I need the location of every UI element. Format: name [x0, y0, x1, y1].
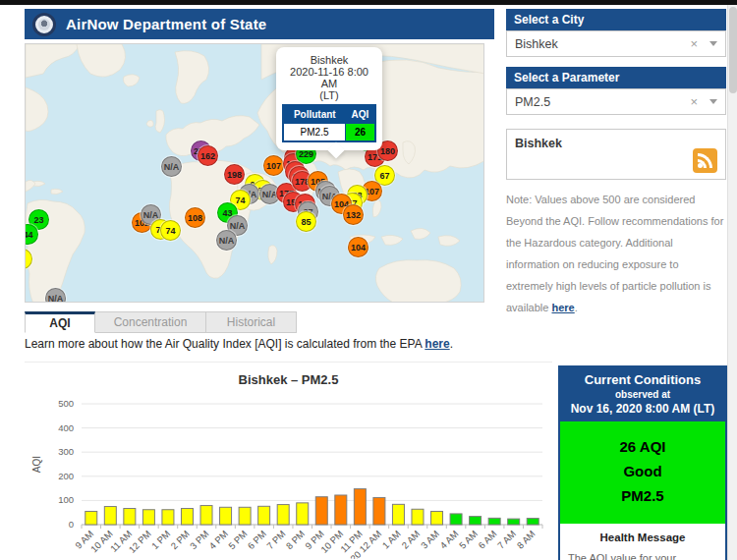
x-tick-label: 2 PM: [168, 529, 192, 552]
scrollbar[interactable]: [727, 5, 737, 560]
popup-col-aqi: AQI: [346, 105, 375, 124]
x-tick-label: 4 PM: [207, 529, 231, 552]
bar-1 PM[interactable]: [162, 510, 174, 525]
app-header: AirNow Department of State: [25, 9, 494, 39]
x-tick-label: 5 PM: [226, 529, 250, 552]
tab-aqi[interactable]: AQI: [25, 311, 95, 333]
bar-2 AM[interactable]: [412, 509, 424, 525]
state-department-seal-icon: [32, 13, 56, 36]
aqi-bar-chart: Bishkek – PM2.5 0100200300400500AQI9 AM1…: [25, 362, 552, 558]
tab-bar: AQI Concentration Historical: [25, 311, 297, 333]
city-chevron-down-icon[interactable]: [709, 41, 717, 46]
cc-pollutant: PM2.5: [564, 484, 721, 509]
x-tick-label: 4 AM: [437, 529, 460, 551]
bar-3 PM[interactable]: [200, 506, 212, 525]
parameter-chevron-down-icon[interactable]: [709, 99, 717, 104]
bar-4 AM[interactable]: [450, 514, 462, 525]
parameter-select-value: PM2.5: [515, 95, 690, 109]
x-tick-label: 12 PM: [127, 529, 153, 555]
x-tick-label: 3 PM: [188, 529, 211, 552]
bar-8 PM[interactable]: [297, 503, 309, 525]
tab-historical[interactable]: Historical: [206, 311, 297, 333]
bar-9 AM[interactable]: [85, 511, 97, 525]
bar-7 PM[interactable]: [277, 505, 289, 525]
city-feed-box: Bishkek: [506, 129, 726, 180]
x-tick-label: 6 PM: [246, 529, 269, 552]
city-select[interactable]: Bishkek ×: [506, 30, 726, 57]
note-text: Note: Values above 500 are considered Be…: [506, 189, 728, 318]
bar-10 AM[interactable]: [104, 507, 116, 525]
bar-11 PM[interactable]: [354, 489, 366, 525]
popup-datetime: 2020-11-16 8:00 AM: [282, 66, 376, 89]
aqi-marker[interactable]: 108: [185, 207, 205, 228]
world-aqi-map[interactable]: 2344N/A102N/A7374108272162N/A1981079455N…: [25, 43, 484, 303]
cc-observed-at: observed at: [564, 389, 721, 400]
aqi-marker[interactable]: 198: [224, 164, 245, 185]
cc-aqi-value: 26 AQI: [564, 435, 721, 460]
bar-11/17/2020 12 AM[interactable]: [373, 497, 385, 525]
popup-table: Pollutant AQI PM2.5 26: [282, 104, 376, 142]
x-tick-label: 1 AM: [380, 529, 403, 551]
bar-2 PM[interactable]: [181, 509, 193, 525]
bar-5 PM[interactable]: [239, 507, 251, 525]
note-prefix: Note: Values above 500 are considered Be…: [506, 194, 723, 313]
bar-6 AM[interactable]: [488, 518, 500, 525]
x-tick-label: 3 AM: [419, 529, 441, 551]
bar-4 PM[interactable]: [220, 507, 232, 525]
x-tick-label: 7 AM: [495, 529, 518, 551]
y-tick-label: 400: [58, 422, 74, 433]
x-tick-label: 5 AM: [457, 529, 480, 551]
learn-more-suffix: .: [450, 337, 453, 351]
tab-concentration[interactable]: Concentration: [95, 311, 206, 333]
x-tick-label: 8 AM: [515, 529, 538, 551]
bar-12 PM[interactable]: [142, 510, 154, 525]
bar-10 PM[interactable]: [335, 495, 347, 525]
bar-9 PM[interactable]: [315, 497, 327, 525]
chart-plot-area: 0100200300400500AQI9 AM10 AM11 AM12 PM1 …: [25, 363, 552, 559]
current-conditions-header: Current Conditions observed at Nov 16, 2…: [560, 367, 725, 421]
bar-5 AM[interactable]: [470, 517, 482, 525]
feed-city-label: Bishkek: [515, 137, 717, 150]
aqi-marker[interactable]: 104: [348, 237, 368, 257]
rss-icon[interactable]: [693, 148, 717, 173]
aqi-marker[interactable]: 74: [160, 220, 181, 241]
current-conditions-panel: Current Conditions observed at Nov 16, 2…: [558, 365, 727, 560]
city-clear-icon[interactable]: ×: [690, 36, 698, 51]
aqi-marker[interactable]: N/A: [161, 156, 182, 177]
cc-title: Current Conditions: [564, 372, 721, 387]
y-tick-label: 100: [58, 494, 74, 505]
aqi-marker[interactable]: 107: [263, 155, 284, 176]
learn-more-text: Learn more about how the Air Quality Ind…: [25, 337, 453, 351]
app-title: AirNow Department of State: [66, 16, 266, 32]
parameter-select[interactable]: PM2.5 ×: [506, 88, 726, 115]
aqi-marker[interactable]: N/A: [216, 230, 237, 251]
bar-3 AM[interactable]: [431, 511, 443, 525]
popup-aqi-value: 26: [346, 124, 375, 142]
cc-health-text: The AQI value for your community is betw…: [568, 549, 717, 560]
bar-7 AM[interactable]: [508, 519, 520, 525]
aqi-marker[interactable]: 162: [198, 145, 218, 166]
city-select-value: Bishkek: [515, 37, 690, 51]
bar-6 PM[interactable]: [258, 506, 270, 525]
aqi-marker[interactable]: 132: [343, 204, 364, 225]
x-tick-label: 10 AM: [88, 529, 115, 555]
aqi-marker[interactable]: N/A: [45, 288, 66, 303]
cc-datetime: Nov 16, 2020 8:00 AM (LT): [564, 402, 721, 416]
cc-category: Good: [564, 460, 721, 484]
y-tick-label: 300: [58, 446, 74, 457]
popup-pollutant-value: PM2.5: [283, 124, 346, 142]
aqi-marker[interactable]: 85: [296, 211, 316, 232]
parameter-clear-icon[interactable]: ×: [690, 94, 698, 109]
note-here-link[interactable]: here: [551, 302, 574, 313]
popup-timezone: (LT): [282, 89, 376, 101]
bar-8 AM[interactable]: [527, 519, 539, 525]
popup-col-pollutant: Pollutant: [283, 105, 346, 124]
epa-here-link[interactable]: here: [425, 337, 449, 351]
x-tick-label: 6 AM: [476, 529, 498, 551]
x-tick-label: 2 AM: [399, 529, 422, 551]
bar-1 AM[interactable]: [392, 504, 404, 525]
x-tick-label: 7 PM: [264, 529, 288, 552]
y-tick-label: 0: [69, 519, 74, 530]
scrollbar-thumb[interactable]: [729, 7, 737, 93]
bar-11 AM[interactable]: [124, 509, 136, 525]
